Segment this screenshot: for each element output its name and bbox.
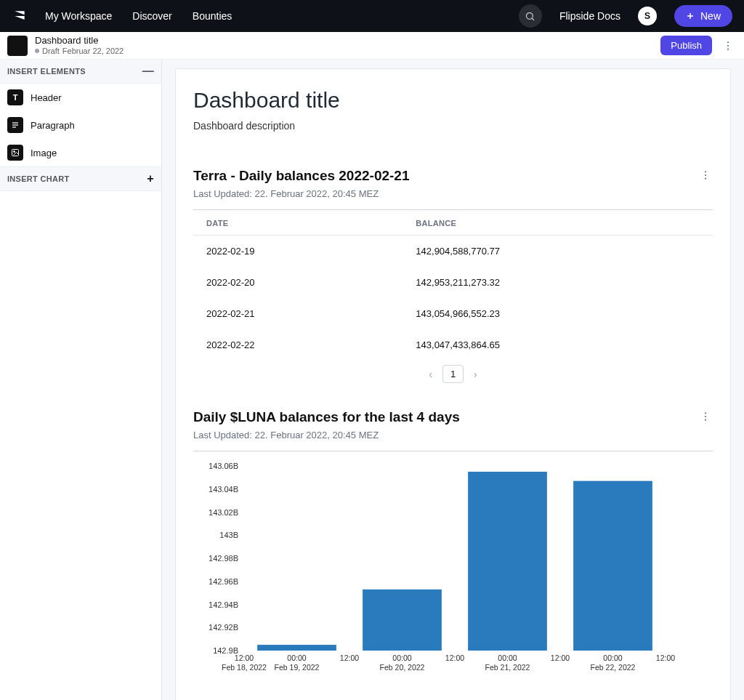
- svg-text:143.02B: 143.02B: [209, 508, 238, 517]
- svg-text:00:00: 00:00: [287, 653, 306, 662]
- svg-text:00:00: 00:00: [498, 653, 517, 662]
- collapse-icon[interactable]: —: [142, 65, 154, 77]
- svg-text:143.04B: 143.04B: [209, 485, 238, 494]
- cell-balance: 143,054,966,552.23: [403, 298, 713, 329]
- header-icon: T: [7, 89, 23, 105]
- status-date: Februar 22, 2022: [62, 47, 124, 56]
- page-title[interactable]: Dashboard title: [193, 88, 713, 113]
- svg-text:143B: 143B: [219, 531, 238, 539]
- svg-point-0: [527, 12, 533, 19]
- svg-text:143.06B: 143.06B: [209, 462, 238, 470]
- svg-point-17: [705, 419, 706, 421]
- sidebar-item-label: Paragraph: [31, 120, 75, 131]
- svg-text:142.94B: 142.94B: [209, 600, 238, 609]
- widget-menu-button[interactable]: [698, 409, 713, 427]
- page-description[interactable]: Dashboard description: [193, 120, 713, 132]
- nav-bounties[interactable]: Bounties: [193, 10, 232, 22]
- svg-rect-28: [363, 590, 442, 651]
- cell-date: 2022-02-19: [193, 236, 403, 267]
- svg-rect-30: [573, 481, 652, 651]
- search-icon: [525, 11, 535, 22]
- sidebar-item-image[interactable]: Image: [0, 139, 161, 166]
- svg-text:12:00: 12:00: [235, 653, 254, 662]
- next-page-button[interactable]: ›: [469, 366, 482, 383]
- current-page[interactable]: 1: [442, 365, 464, 383]
- svg-text:12:00: 12:00: [340, 653, 359, 662]
- nav-workspace[interactable]: My Workspace: [45, 10, 112, 22]
- status-dot-icon: [35, 49, 39, 53]
- plus-icon[interactable]: +: [147, 173, 154, 185]
- svg-point-5: [727, 44, 729, 46]
- more-vertical-icon: [700, 169, 711, 181]
- insert-chart-header[interactable]: INSERT CHART +: [0, 166, 161, 191]
- svg-line-1: [533, 18, 535, 20]
- svg-rect-29: [468, 472, 547, 651]
- more-vertical-icon: [722, 40, 734, 52]
- svg-point-12: [705, 171, 706, 172]
- table-row: 2022-02-19142,904,588,770.77: [193, 236, 713, 267]
- dashboard-thumbnail[interactable]: [7, 36, 28, 56]
- cell-date: 2022-02-20: [193, 267, 403, 298]
- widget-title: Daily $LUNA balances for the last 4 days: [193, 409, 460, 425]
- balances-table: DATE BALANCE 2022-02-19142,904,588,770.7…: [193, 210, 713, 361]
- svg-rect-27: [257, 645, 336, 651]
- app-logo[interactable]: [12, 8, 28, 24]
- sidebar: INSERT ELEMENTS — T Header Paragraph Ima…: [0, 60, 162, 700]
- image-icon: [7, 145, 23, 161]
- cell-date: 2022-02-21: [193, 298, 403, 329]
- publish-button[interactable]: Publish: [660, 36, 712, 55]
- svg-text:Feb 19, 2022: Feb 19, 2022: [275, 663, 320, 672]
- nav-discover[interactable]: Discover: [132, 10, 171, 22]
- new-button[interactable]: New: [674, 5, 732, 27]
- bar-chart: 143.06B143.04B143.02B143B142.98B142.96B1…: [193, 460, 713, 678]
- table-row: 2022-02-20142,953,211,273.32: [193, 267, 713, 298]
- cell-balance: 143,047,433,864.65: [403, 329, 713, 361]
- table-widget: Terra - Daily balances 2022-02-21 Last U…: [193, 168, 713, 383]
- status-label: Draft: [42, 47, 60, 56]
- svg-text:142.98B: 142.98B: [209, 554, 238, 563]
- svg-text:12:00: 12:00: [656, 653, 675, 662]
- insert-elements-label: INSERT ELEMENTS: [7, 67, 86, 76]
- svg-text:142.92B: 142.92B: [209, 623, 238, 632]
- main-canvas-area: Dashboard title Dashboard description Te…: [162, 60, 744, 700]
- widget-title: Terra - Daily balances 2022-02-21: [193, 168, 410, 184]
- paragraph-icon: [7, 117, 23, 133]
- dashboard-name: Dashboard title: [35, 35, 124, 47]
- avatar[interactable]: S: [638, 7, 657, 25]
- table-row: 2022-02-22143,047,433,864.65: [193, 329, 713, 361]
- svg-text:142.96B: 142.96B: [209, 577, 238, 586]
- svg-text:12:00: 12:00: [551, 653, 570, 662]
- insert-elements-header[interactable]: INSERT ELEMENTS —: [0, 60, 161, 84]
- sidebar-item-header[interactable]: T Header: [0, 84, 161, 111]
- svg-text:Feb 18, 2022: Feb 18, 2022: [222, 663, 267, 672]
- svg-point-16: [705, 416, 706, 417]
- pagination: ‹ 1 ›: [193, 365, 713, 383]
- chart-widget: Daily $LUNA balances for the last 4 days…: [193, 409, 713, 678]
- prev-page-button[interactable]: ‹: [424, 366, 437, 383]
- top-nav: My Workspace Discover Bounties Flipside …: [0, 0, 744, 32]
- title-bar: Dashboard title Draft Februar 22, 2022 P…: [0, 32, 744, 60]
- sidebar-item-label: Header: [31, 92, 62, 103]
- more-button[interactable]: [719, 37, 737, 55]
- sidebar-item-paragraph[interactable]: Paragraph: [0, 111, 161, 139]
- svg-point-11: [14, 151, 15, 153]
- docs-link[interactable]: Flipside Docs: [559, 10, 620, 22]
- svg-text:12:00: 12:00: [445, 653, 464, 662]
- divider: [193, 451, 713, 451]
- svg-point-4: [727, 41, 729, 43]
- dashboard-canvas: Dashboard title Dashboard description Te…: [175, 68, 731, 700]
- new-button-label: New: [700, 10, 721, 22]
- widget-updated: Last Updated: 22. Februar 2022, 20:45 ME…: [193, 188, 410, 199]
- plus-icon: [686, 12, 695, 20]
- svg-text:Feb 21, 2022: Feb 21, 2022: [485, 663, 530, 672]
- svg-point-14: [705, 178, 706, 180]
- search-button[interactable]: [519, 4, 542, 28]
- widget-menu-button[interactable]: [698, 168, 713, 185]
- svg-text:00:00: 00:00: [603, 653, 622, 662]
- col-date: DATE: [193, 210, 403, 236]
- svg-text:Feb 22, 2022: Feb 22, 2022: [591, 663, 636, 672]
- table-row: 2022-02-21143,054,966,552.23: [193, 298, 713, 329]
- svg-point-6: [727, 48, 729, 49]
- insert-chart-label: INSERT CHART: [7, 174, 70, 183]
- cell-balance: 142,953,211,273.32: [403, 267, 713, 298]
